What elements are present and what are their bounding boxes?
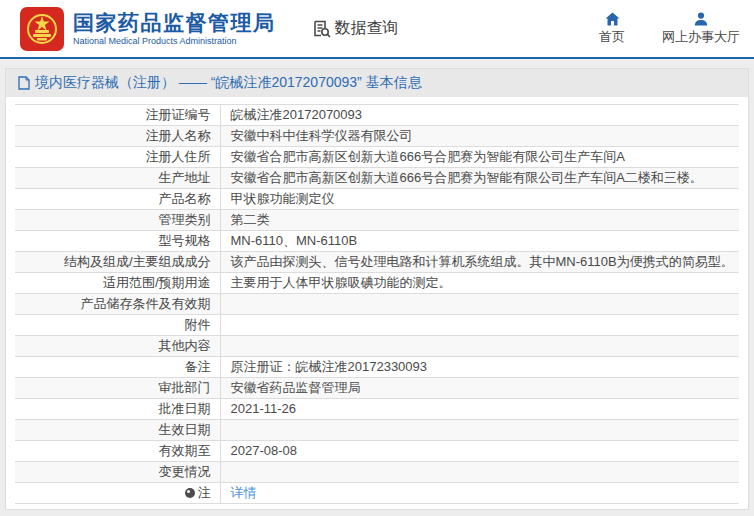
table-row: 生效日期 — [15, 420, 739, 441]
row-label-cell: 生效日期 — [15, 420, 220, 441]
page-title-text: 境内医疗器械（注册） —— “皖械注准20172070093” 基本信息 — [35, 74, 422, 92]
row-value-cell — [220, 294, 739, 315]
row-label-cell: 注册人住所 — [15, 147, 220, 168]
row-value-cell: 原注册证：皖械注准20172330093 — [220, 357, 739, 378]
home-icon — [605, 12, 620, 26]
table-row: 生产地址 安徽省合肥市高新区创新大道666号合肥赛为智能有限公司生产车间A二楼和… — [15, 168, 739, 189]
row-label: 注册人名称 — [146, 128, 211, 143]
table-row: 附件 — [15, 315, 739, 336]
row-label: 注册人住所 — [146, 149, 211, 164]
row-label: 附件 — [185, 317, 211, 332]
row-label: 生产地址 — [159, 170, 211, 185]
row-value: 2021-11-26 — [231, 401, 297, 416]
row-label: 产品名称 — [159, 191, 211, 206]
row-label-cell: 审批部门 — [15, 378, 220, 399]
row-label-cell: 管理类别 — [15, 210, 220, 231]
row-value: 甲状腺功能测定仪 — [231, 191, 335, 206]
row-value: 2027-08-08 — [231, 443, 298, 458]
nav-home[interactable]: 首页 — [592, 12, 632, 46]
table-row: 产品名称 甲状腺功能测定仪 — [15, 189, 739, 210]
org-name-en: National Medical Products Administration — [73, 35, 276, 47]
row-value-cell: 安徽省合肥市高新区创新大道666号合肥赛为智能有限公司生产车间A二楼和三楼。 — [220, 168, 739, 189]
data-query-label: 数据查询 — [335, 18, 399, 39]
org-title-block: 国家药品监督管理局 National Medical Products Admi… — [73, 11, 276, 47]
row-value: 原注册证：皖械注准20172330093 — [231, 359, 428, 374]
row-value-cell — [220, 315, 739, 336]
org-name-zh: 国家药品监督管理局 — [73, 11, 276, 35]
row-label-cell: 变更情况 — [15, 462, 220, 483]
table-row: 变更情况 — [15, 462, 739, 483]
row-value: 安徽中科中佳科学仪器有限公司 — [231, 128, 413, 143]
row-value-cell: 主要用于人体甲状腺吸碘功能的测定。 — [220, 273, 739, 294]
row-label: 备注 — [185, 359, 211, 374]
row-value-cell: 安徽省合肥市高新区创新大道666号合肥赛为智能有限公司生产车间A — [220, 147, 739, 168]
row-label-cell: 注 — [15, 483, 220, 504]
table-row: 批准日期 2021-11-26 — [15, 399, 739, 420]
row-value: 皖械注准20172070093 — [231, 107, 363, 122]
row-value-cell: 安徽省药品监督管理局 — [220, 378, 739, 399]
nav-home-label: 首页 — [599, 28, 625, 46]
user-icon — [694, 12, 708, 26]
nav-service-hall-label: 网上办事大厅 — [662, 28, 740, 46]
row-label-cell: 有效期至 — [15, 441, 220, 462]
row-value-cell: MN-6110、MN-6110B — [220, 231, 739, 252]
row-label: 管理类别 — [159, 212, 211, 227]
table-row: 产品储存条件及有效期 — [15, 294, 739, 315]
row-label-cell: 生产地址 — [15, 168, 220, 189]
table-row: 注册证编号 皖械注准20172070093 — [15, 105, 739, 126]
row-label: 适用范围/预期用途 — [103, 275, 211, 290]
table-row: 其他内容 — [15, 336, 739, 357]
row-label: 有效期至 — [159, 443, 211, 458]
row-value-cell: 第二类 — [220, 210, 739, 231]
page-title: 境内医疗器械（注册） —— “皖械注准20172070093” 基本信息 — [18, 74, 422, 92]
row-label-cell: 型号规格 — [15, 231, 220, 252]
table-row: 注 详情 — [15, 483, 739, 504]
row-label-cell: 其他内容 — [15, 336, 220, 357]
row-value: 第二类 — [231, 212, 270, 227]
row-label-cell: 产品储存条件及有效期 — [15, 294, 220, 315]
data-query-menu[interactable]: 数据查询 — [312, 18, 399, 39]
row-label-cell: 注册人名称 — [15, 126, 220, 147]
row-label: 产品储存条件及有效期 — [81, 296, 211, 311]
row-value-cell: 皖械注准20172070093 — [220, 105, 739, 126]
table-row: 有效期至 2027-08-08 — [15, 441, 739, 462]
table-row: 适用范围/预期用途 主要用于人体甲状腺吸碘功能的测定。 — [15, 273, 739, 294]
nav-service-hall[interactable]: 网上办事大厅 — [662, 12, 740, 46]
data-query-icon — [312, 19, 331, 38]
row-value-cell: 详情 — [220, 483, 739, 504]
site-header: 国家药品监督管理局 National Medical Products Admi… — [0, 0, 754, 59]
registration-info-rows: 注册证编号 皖械注准20172070093 注册人名称 安徽中科中佳科学仪器有限… — [15, 105, 739, 504]
row-value-cell: 甲状腺功能测定仪 — [220, 189, 739, 210]
row-value: 安徽省合肥市高新区创新大道666号合肥赛为智能有限公司生产车间A — [231, 149, 625, 164]
row-value: 主要用于人体甲状腺吸碘功能的测定。 — [231, 275, 452, 290]
row-label-cell: 批准日期 — [15, 399, 220, 420]
row-value: 安徽省合肥市高新区创新大道666号合肥赛为智能有限公司生产车间A二楼和三楼。 — [231, 170, 703, 185]
row-label: 生效日期 — [159, 422, 211, 437]
row-value-cell: 安徽中科中佳科学仪器有限公司 — [220, 126, 739, 147]
row-value-cell: 该产品由探测头、信号处理电路和计算机系统组成。其中MN-6110B为便携式的简易… — [220, 252, 739, 273]
row-label: 批准日期 — [159, 401, 211, 416]
table-row: 备注 原注册证：皖械注准20172330093 — [15, 357, 739, 378]
table-row: 结构及组成/主要组成成分 该产品由探测头、信号处理电路和计算机系统组成。其中MN… — [15, 252, 739, 273]
row-value: MN-6110、MN-6110B — [231, 233, 358, 248]
row-label-cell: 结构及组成/主要组成成分 — [15, 252, 220, 273]
row-value-cell — [220, 462, 739, 483]
registration-info-table: 注册证编号 皖械注准20172070093 注册人名称 安徽中科中佳科学仪器有限… — [15, 104, 739, 504]
site-logo[interactable]: 国家药品监督管理局 National Medical Products Admi… — [20, 7, 276, 51]
row-label-cell: 附件 — [15, 315, 220, 336]
row-value: 安徽省药品监督管理局 — [231, 380, 361, 395]
content-panel: 境内医疗器械（注册） —— “皖械注准20172070093” 基本信息 注册证… — [5, 68, 749, 510]
row-label: 变更情况 — [159, 464, 211, 479]
row-label: 结构及组成/主要组成成分 — [64, 254, 211, 269]
table-row: 管理类别 第二类 — [15, 210, 739, 231]
row-value-cell — [220, 420, 739, 441]
row-value-cell: 2021-11-26 — [220, 399, 739, 420]
row-label-cell: 注册证编号 — [15, 105, 220, 126]
row-value: 该产品由探测头、信号处理电路和计算机系统组成。其中MN-6110B为便携式的简易… — [231, 254, 734, 269]
row-label: 其他内容 — [159, 338, 211, 353]
detail-link[interactable]: 详情 — [231, 485, 257, 500]
row-value-cell: 2027-08-08 — [220, 441, 739, 462]
table-row: 型号规格 MN-6110、MN-6110B — [15, 231, 739, 252]
table-row: 注册人住所 安徽省合肥市高新区创新大道666号合肥赛为智能有限公司生产车间A — [15, 147, 739, 168]
bulb-icon — [185, 488, 195, 498]
